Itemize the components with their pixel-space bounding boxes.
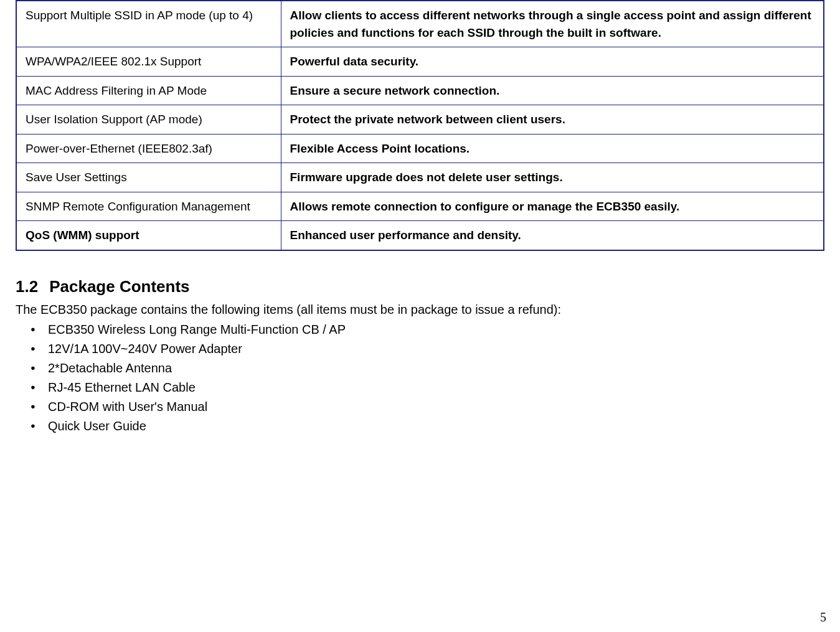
- package-list: ECB350 Wireless Long Range Multi-Functio…: [16, 320, 824, 436]
- list-item: RJ-45 Ethernet LAN Cable: [31, 378, 824, 397]
- feature-name-cell: WPA/WPA2/IEEE 802.1x Support: [16, 47, 281, 77]
- table-row: Support Multiple SSID in AP mode (up to …: [16, 1, 824, 47]
- feature-benefit-cell: Firmware upgrade does not delete user se…: [281, 163, 824, 192]
- table-row: WPA/WPA2/IEEE 802.1x SupportPowerful dat…: [16, 47, 824, 77]
- feature-name-cell: Save User Settings: [16, 163, 281, 192]
- feature-name-cell: Power-over-Ethernet (IEEE802.3af): [16, 134, 281, 163]
- feature-benefit-cell: Protect the private network between clie…: [281, 105, 824, 134]
- table-row: MAC Address Filtering in AP ModeEnsure a…: [16, 76, 824, 105]
- list-item: 2*Detachable Antenna: [31, 359, 824, 378]
- feature-benefit-cell: Enhanced user performance and density.: [281, 221, 824, 250]
- section-title: Package Contents: [49, 277, 189, 296]
- list-item: CD-ROM with User's Manual: [31, 397, 824, 417]
- feature-benefit-cell: Ensure a secure network connection.: [281, 76, 824, 105]
- table-row: SNMP Remote Configuration ManagementAllo…: [16, 192, 824, 221]
- table-row: User Isolation Support (AP mode)Protect …: [16, 105, 824, 134]
- feature-name-cell: QoS (WMM) support: [16, 221, 281, 250]
- feature-benefit-cell: Powerful data security.: [281, 47, 824, 77]
- table-row: Save User SettingsFirmware upgrade does …: [16, 163, 824, 192]
- feature-name-cell: MAC Address Filtering in AP Mode: [16, 76, 281, 105]
- feature-name-cell: Support Multiple SSID in AP mode (up to …: [16, 1, 281, 47]
- table-row: QoS (WMM) supportEnhanced user performan…: [16, 221, 824, 250]
- page-number: 5: [820, 610, 826, 625]
- feature-benefit-cell: Allows remote connection to configure or…: [281, 192, 824, 221]
- section-intro: The ECB350 package contains the followin…: [16, 300, 824, 319]
- feature-benefit-cell: Allow clients to access different networ…: [281, 1, 824, 47]
- list-item: 12V/1A 100V~240V Power Adapter: [31, 339, 824, 359]
- list-item: ECB350 Wireless Long Range Multi-Functio…: [31, 320, 824, 339]
- feature-name-cell: SNMP Remote Configuration Management: [16, 192, 281, 221]
- table-row: Power-over-Ethernet (IEEE802.3af)Flexibl…: [16, 134, 824, 163]
- features-table-body: Support Multiple SSID in AP mode (up to …: [16, 1, 824, 250]
- feature-benefit-cell: Flexible Access Point locations.: [281, 134, 824, 163]
- features-table: Support Multiple SSID in AP mode (up to …: [16, 0, 824, 251]
- list-item: Quick User Guide: [31, 417, 824, 436]
- section-number: 1.2: [16, 277, 38, 296]
- feature-name-cell: User Isolation Support (AP mode): [16, 105, 281, 134]
- section-heading: 1.2Package Contents: [16, 277, 824, 296]
